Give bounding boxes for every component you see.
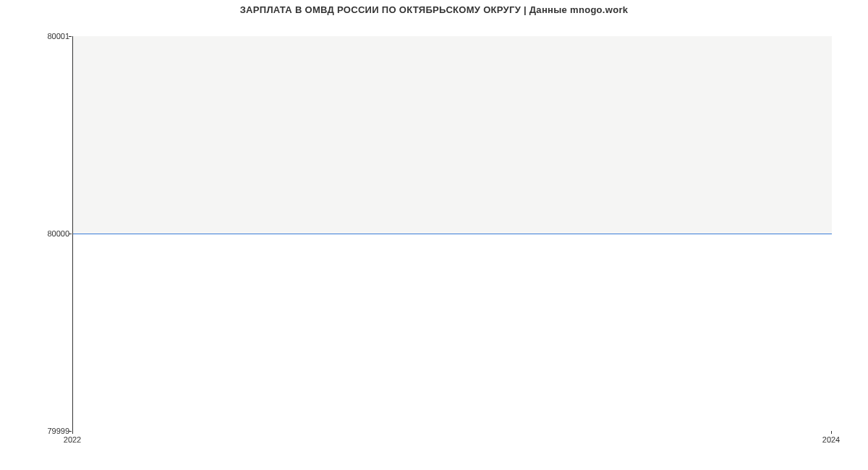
chart-title: ЗАРПЛАТА В ОМВД РОССИИ ПО ОКТЯБРЬСКОМУ О… — [0, 4, 868, 15]
x-tick — [72, 431, 73, 434]
y-tick-label: 79999 — [47, 427, 69, 435]
data-line — [73, 234, 832, 234]
x-tick-label: 2024 — [822, 435, 840, 444]
plot-lower-bg — [73, 234, 832, 431]
y-tick-label: 80001 — [47, 32, 69, 40]
x-tick — [831, 431, 832, 434]
x-tick-label: 2022 — [64, 435, 81, 444]
plot-area — [72, 36, 832, 431]
y-tick-label: 80000 — [47, 229, 69, 238]
